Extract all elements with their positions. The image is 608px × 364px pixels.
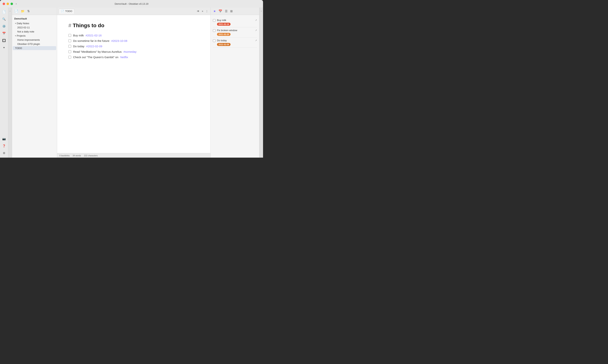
help-icon[interactable]: ❓ xyxy=(1,143,7,149)
right-panel-toolbar: ★ 📅 ☰ ⊞ xyxy=(211,8,259,15)
sidebar: 📄 📁 ⇅ DemoVault ▾ Daily Notes 2022-02-11… xyxy=(12,8,57,158)
todo-item-meditations: Read "Meditations" by Marcus Aurelius #s… xyxy=(69,50,199,53)
rp-item-fix-window: Fix broken window 2021-02-20 ↗ xyxy=(213,27,257,38)
arrow-icon: ▾ xyxy=(15,22,16,24)
todo-link-someday[interactable]: #someday xyxy=(124,50,136,53)
titlebar: ‹ › DemoVault - Obsidian v0.13.19 xyxy=(0,0,263,8)
rp-calendar-button[interactable]: 📅 xyxy=(218,9,223,14)
title-hash: # xyxy=(69,23,73,28)
todo-checkbox-do-today[interactable] xyxy=(69,45,71,48)
collapse-right-button[interactable]: › xyxy=(259,8,263,158)
todo-item-queens-gambit: Check out "The Queen's Gambit" on Netfli… xyxy=(69,55,199,59)
document-title: # Things to do xyxy=(69,23,199,28)
back-button[interactable]: ‹ xyxy=(11,2,14,6)
rp-content-do-today: Do today 2022-02-09 xyxy=(217,39,253,46)
settings-gear-icon[interactable]: ⚙️ xyxy=(1,23,7,29)
rp-checkbox-fix-window[interactable] xyxy=(213,29,216,32)
rp-tag-do-today: 2022-02-09 xyxy=(217,43,231,46)
rp-list-button[interactable]: ☰ xyxy=(224,9,228,14)
backlinks-count: 0 backlinks xyxy=(59,155,69,157)
todo-link-2021-02-16[interactable]: #2021-02-16 xyxy=(86,34,102,37)
window-title: DemoVault - Obsidian v0.13.19 xyxy=(115,2,148,5)
tab-actions: 👁 × ⋮ xyxy=(196,9,209,13)
collapse-left-button[interactable]: ‹ xyxy=(8,8,12,158)
plugin-icon[interactable]: ✦ xyxy=(1,45,7,51)
word-count: 34 words xyxy=(72,155,81,157)
rp-checkbox-do-today-right[interactable] xyxy=(213,39,216,42)
rp-tag-buy-milk: 2021-02-16 xyxy=(217,23,231,26)
todo-item-do-today: Do today #2022-02-09 xyxy=(69,45,199,48)
rp-content-fix-window: Fix broken window 2021-02-20 xyxy=(217,29,253,36)
sidebar-item-obsidian-gtd[interactable]: Obsidian GTD plugin xyxy=(13,42,56,46)
sidebar-item-daily-notes[interactable]: ▾ Daily Notes xyxy=(13,21,56,25)
todo-list: Buy milk #2021-02-16 Do sometime far in … xyxy=(69,34,199,59)
rp-title-do-today: Do today xyxy=(217,39,253,42)
app-container: 📄 🔍 ⚙️ 📅 🔲 ✦ 📷 ❓ ⚙ ‹ 📄 📁 ⇅ DemoVault ▾ D… xyxy=(0,8,263,158)
status-bar: 0 backlinks 34 words 222 characters xyxy=(57,153,210,158)
arrow-icon: ▾ xyxy=(15,35,16,37)
todo-checkbox-buy-milk[interactable] xyxy=(69,34,71,37)
rp-star-button[interactable]: ★ xyxy=(212,9,217,14)
rp-item-buy-milk: Buy milk 2021-02-16 ↗ xyxy=(213,17,257,27)
todo-checkbox-queens-gambit[interactable] xyxy=(69,56,71,59)
right-panel-content: Buy milk 2021-02-16 ↗ Fix broken window … xyxy=(211,15,259,158)
minimize-button[interactable] xyxy=(7,3,9,5)
close-button[interactable] xyxy=(3,3,5,5)
calendar-icon[interactable]: 📅 xyxy=(1,30,7,36)
settings-icon[interactable]: ⚙ xyxy=(1,150,7,156)
more-options-button[interactable]: ⋮ xyxy=(205,9,209,13)
char-count: 222 characters xyxy=(84,155,98,157)
snapshot-icon[interactable]: 📷 xyxy=(1,136,7,142)
todo-item-sometime-future: Do sometime far in the future #2023-10-0… xyxy=(69,39,199,42)
new-folder-button[interactable]: 📁 xyxy=(20,9,25,13)
todo-link-2023-10-08[interactable]: #2023-10-08 xyxy=(111,39,127,42)
sidebar-content: DemoVault ▾ Daily Notes 2022-02-11 Not a… xyxy=(12,15,57,158)
rp-external-link-fix-window[interactable]: ↗ xyxy=(255,29,257,32)
tab-todo[interactable]: 📄 TODO xyxy=(59,9,75,14)
tab-file-icon: 📄 xyxy=(61,10,64,13)
rp-content-buy-milk: Buy milk 2021-02-16 xyxy=(217,19,253,26)
rp-title-buy-milk: Buy milk xyxy=(217,19,253,22)
rp-table-button[interactable]: ⊞ xyxy=(229,9,233,14)
reading-view-button[interactable]: 👁 xyxy=(196,9,200,13)
kanban-icon[interactable]: 🔲 xyxy=(1,38,7,43)
sidebar-toolbar: 📄 📁 ⇅ xyxy=(12,8,57,15)
tab-label: TODO xyxy=(65,10,72,13)
sidebar-item-todo[interactable]: TODO xyxy=(13,46,56,50)
close-tab-button[interactable]: × xyxy=(201,9,204,13)
files-icon[interactable]: 📄 xyxy=(1,9,7,15)
todo-link-netflix[interactable]: Netflix xyxy=(120,55,128,59)
new-file-button[interactable]: 📄 xyxy=(14,9,19,13)
forward-button[interactable]: › xyxy=(15,2,17,6)
todo-checkbox-sometime-future[interactable] xyxy=(69,39,71,42)
todo-checkbox-meditations[interactable] xyxy=(69,50,71,53)
nav-controls: ‹ › xyxy=(11,2,17,6)
tab-bar: 📄 TODO 👁 × ⋮ xyxy=(57,8,210,15)
sidebar-item-2022-02-11[interactable]: 2022-02-11 xyxy=(13,26,56,29)
todo-item-buy-milk: Buy milk #2021-02-16 xyxy=(69,34,199,37)
rp-tag-fix-window: 2021-02-20 xyxy=(217,33,231,36)
todo-link-2022-02-09[interactable]: #2022-02-09 xyxy=(86,45,102,48)
sidebar-item-projects[interactable]: ▾ Projects xyxy=(13,34,56,38)
sidebar-item-not-daily-note[interactable]: Not a daily note xyxy=(13,30,56,34)
search-icon[interactable]: 🔍 xyxy=(1,16,7,22)
sidebar-item-home-improvements[interactable]: Home improvements xyxy=(13,38,56,42)
rp-external-link-do-today[interactable]: ↗ xyxy=(255,39,257,42)
icon-rail: 📄 🔍 ⚙️ 📅 🔲 ✦ 📷 ❓ ⚙ xyxy=(0,8,8,158)
rp-item-do-today: Do today 2022-02-09 ↗ xyxy=(213,38,257,48)
main-area: 📄 TODO 👁 × ⋮ # Things to do Buy milk #20… xyxy=(57,8,210,158)
rp-title-fix-window: Fix broken window xyxy=(217,29,253,32)
right-panel: ★ 📅 ☰ ⊞ Buy milk 2021-02-16 ↗ Fix broken… xyxy=(210,8,259,158)
vault-name: DemoVault xyxy=(12,16,57,21)
sort-button[interactable]: ⇅ xyxy=(27,9,30,13)
rp-checkbox-buy-milk[interactable] xyxy=(213,19,216,22)
editor-area: # Things to do Buy milk #2021-02-16 Do s… xyxy=(57,15,210,153)
rp-external-link-buy-milk[interactable]: ↗ xyxy=(255,19,257,22)
